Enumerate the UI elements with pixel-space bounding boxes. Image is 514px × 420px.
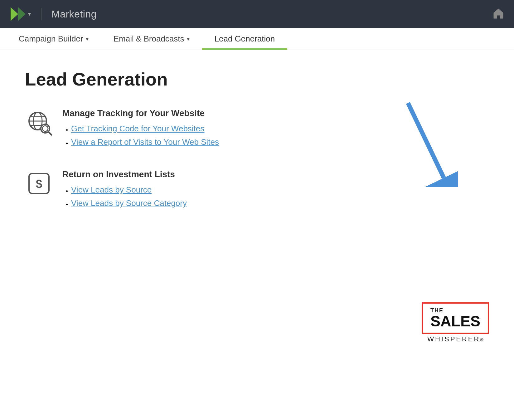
- logo-icon: [9, 6, 26, 22]
- sw-box: THE SALES: [422, 302, 489, 334]
- tab-email-broadcasts-arrow: ▾: [187, 36, 190, 42]
- view-leads-category-link[interactable]: View Leads by Source Category: [71, 198, 187, 208]
- view-leads-source-link[interactable]: View Leads by Source: [71, 185, 152, 194]
- tab-lead-generation-label: Lead Generation: [215, 34, 275, 44]
- nav-title: Marketing: [51, 8, 97, 20]
- blue-arrow-annotation: [395, 100, 458, 187]
- sw-registered-mark: ®: [480, 337, 483, 342]
- main-content: Lead Generation: [0, 50, 514, 362]
- top-nav-left: ▾ Marketing: [9, 6, 97, 22]
- tab-campaign-builder-arrow: ▾: [86, 36, 89, 42]
- list-item: View Leads by Source Category: [71, 198, 489, 208]
- sw-whisperer-label: WHISPERER: [427, 335, 480, 343]
- dollar-icon: $: [25, 169, 53, 198]
- tab-email-broadcasts-label: Email & Broadcasts: [114, 34, 184, 44]
- app-logo[interactable]: ▾: [9, 6, 31, 22]
- home-button[interactable]: [492, 7, 505, 21]
- tab-lead-generation[interactable]: Lead Generation: [202, 28, 288, 50]
- tab-campaign-builder[interactable]: Campaign Builder ▾: [6, 28, 101, 50]
- svg-point-11: [42, 126, 48, 131]
- svg-marker-0: [11, 7, 18, 21]
- svg-line-3: [408, 103, 444, 178]
- sw-whisperer-row: WHISPERER ®: [427, 335, 483, 343]
- home-icon: [492, 7, 505, 20]
- secondary-nav: Campaign Builder ▾ Email & Broadcasts ▾ …: [0, 28, 514, 50]
- tab-email-broadcasts[interactable]: Email & Broadcasts ▾: [101, 28, 202, 50]
- svg-marker-1: [18, 7, 26, 21]
- logo-dropdown-arrow[interactable]: ▾: [28, 11, 31, 17]
- sw-sales-label: SALES: [430, 314, 480, 329]
- tab-campaign-builder-label: Campaign Builder: [19, 34, 83, 44]
- view-report-link[interactable]: View a Report of Visits to Your Web Site…: [71, 137, 219, 147]
- svg-line-10: [48, 132, 51, 135]
- globe-search-icon: [25, 108, 53, 136]
- page-title: Lead Generation: [25, 69, 489, 90]
- get-tracking-link[interactable]: Get Tracking Code for Your Websites: [71, 124, 204, 133]
- top-nav: ▾ Marketing: [0, 0, 514, 28]
- sales-whisperer-logo: THE SALES WHISPERER ®: [422, 302, 489, 343]
- roi-links: View Leads by Source View Leads by Sourc…: [62, 185, 489, 208]
- svg-text:$: $: [36, 178, 42, 190]
- nav-divider: [41, 8, 41, 20]
